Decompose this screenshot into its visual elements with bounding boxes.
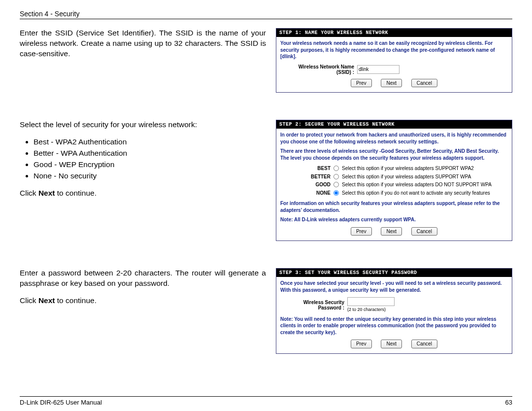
page-number: 63: [505, 399, 512, 406]
radio-label-none: NONE: [310, 190, 331, 197]
radio-label-best: BEST: [310, 165, 331, 172]
panel-step3: Step 3: Set Your Wireless Security Passw…: [276, 268, 512, 354]
radio-desc: Select this option if your wireless adap…: [342, 181, 492, 188]
cancel-button[interactable]: Cancel: [411, 79, 437, 88]
radio-better[interactable]: [333, 174, 339, 179]
next-button[interactable]: Next: [381, 227, 402, 236]
radio-desc: Select this option if you do not want to…: [342, 190, 490, 197]
step2-intro: Select the level of security for your wi…: [20, 120, 266, 130]
panel-step2-title: Step 2: Secure Your Wireless Network: [276, 120, 512, 129]
step2-footnote1: For information on which security featur…: [280, 200, 508, 213]
ssid-input[interactable]: [357, 65, 399, 74]
step3-intro: Enter a password between 2-20 characters…: [20, 268, 266, 289]
panel-step3-title: Step 3: Set Your Wireless Security Passw…: [276, 269, 512, 277]
prev-button[interactable]: Prev: [351, 79, 372, 88]
list-item: Best - WPA2 Authentication: [33, 137, 266, 147]
step3-click-next: Click Next to continue.: [20, 296, 266, 306]
section-header: Section 4 - Security: [20, 10, 512, 19]
panel-step2: Step 2: Secure Your Wireless Network In …: [276, 120, 512, 241]
radio-desc: Select this option if your wireless adap…: [342, 165, 474, 172]
radio-none[interactable]: [333, 190, 339, 196]
next-button[interactable]: Next: [381, 340, 402, 348]
radio-best[interactable]: [333, 166, 339, 171]
panel-step1-title: Step 1: Name Your Wireless Network: [276, 29, 512, 37]
prev-button[interactable]: Prev: [351, 340, 372, 348]
step1-desc: Your wireless network needs a name so it…: [280, 40, 508, 60]
step2-footnote2: Note: All D-Link wireless adapters curre…: [280, 216, 508, 223]
step2-desc1: In order to protect your network from ha…: [280, 132, 508, 145]
radio-good[interactable]: [333, 182, 339, 187]
list-item: Better - WPA Authentication: [33, 148, 266, 159]
radio-label-good: GOOD: [310, 181, 331, 188]
step3-desc: Once you have selected your security lev…: [280, 280, 508, 293]
step2-click-next: Click Next to continue.: [20, 188, 266, 199]
cancel-button[interactable]: Cancel: [411, 340, 437, 348]
step1-intro: Enter the SSID (Service Set Identifier).…: [20, 28, 266, 59]
radio-label-better: BETTER: [310, 173, 331, 180]
ssid-label: Wireless Network Name (SSID) :: [290, 64, 354, 75]
cancel-button[interactable]: Cancel: [411, 227, 437, 236]
footer-left: D-Link DIR-625 User Manual: [20, 399, 102, 406]
security-level-list: Best - WPA2 Authentication Better - WPA …: [20, 137, 266, 181]
panel-step1: Step 1: Name Your Wireless Network Your …: [276, 28, 512, 93]
list-item: Good - WEP Encryption: [33, 160, 266, 170]
step3-footnote: Note: You will need to enter the unique …: [280, 316, 508, 336]
prev-button[interactable]: Prev: [351, 227, 372, 236]
password-hint: (2 to 20 characters): [347, 307, 386, 312]
step2-desc2: There are three levels of wireless secur…: [280, 148, 508, 161]
list-item: None - No security: [33, 171, 266, 181]
next-button[interactable]: Next: [381, 79, 402, 88]
radio-desc: Select this option if your wireless adap…: [342, 173, 471, 180]
password-label: Wireless Security Password :: [280, 300, 344, 310]
password-input[interactable]: [347, 297, 395, 306]
